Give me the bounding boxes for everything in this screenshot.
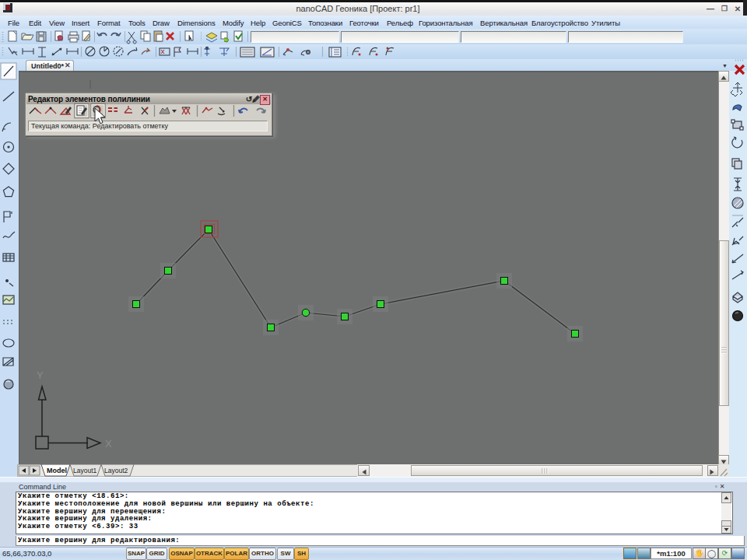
svg-text:Y: Y bbox=[37, 369, 44, 381]
svg-text:Model: Model bbox=[47, 467, 67, 474]
svg-text:Layout2: Layout2 bbox=[104, 467, 128, 474]
svg-text:X: X bbox=[105, 438, 112, 450]
svg-text:Layout1: Layout1 bbox=[73, 467, 97, 474]
